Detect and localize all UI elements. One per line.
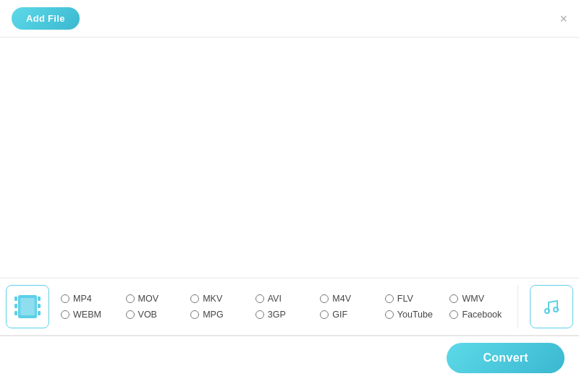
add-file-button[interactable]: Add File — [12, 7, 80, 30]
svg-point-10 — [545, 309, 549, 313]
format-option-mkv[interactable]: MKV — [187, 292, 253, 305]
format-option-flv[interactable]: FLV — [382, 292, 447, 305]
format-option-avi[interactable]: AVI — [253, 292, 318, 305]
top-bar: Add File × — [0, 0, 579, 38]
video-format-icon[interactable] — [6, 285, 49, 328]
format-option-webm[interactable]: WEBM — [58, 308, 123, 321]
music-note-icon — [541, 297, 562, 317]
format-option-wmv[interactable]: WMV — [447, 292, 512, 305]
format-divider — [517, 285, 518, 328]
svg-rect-1 — [14, 297, 17, 301]
format-options-grid: MP4 MOV MKV AVI M4V FLV WMV WEBM — [58, 292, 512, 321]
svg-rect-9 — [34, 295, 37, 318]
format-option-m4v[interactable]: M4V — [317, 292, 382, 305]
format-option-gif[interactable]: GIF — [317, 308, 382, 321]
film-icon — [14, 295, 41, 318]
convert-button[interactable]: Convert — [447, 343, 565, 373]
audio-format-button[interactable] — [530, 285, 573, 328]
action-bar: Convert — [0, 336, 579, 379]
format-option-mov[interactable]: MOV — [123, 292, 188, 305]
svg-rect-5 — [38, 304, 41, 308]
format-bar: MP4 MOV MKV AVI M4V FLV WMV WEBM — [0, 278, 579, 336]
format-option-youtube[interactable]: YouTube — [382, 308, 447, 321]
svg-point-11 — [554, 307, 558, 312]
format-option-3gp[interactable]: 3GP — [253, 308, 318, 321]
main-content-area — [0, 38, 579, 278]
svg-rect-2 — [14, 304, 17, 308]
format-option-vob[interactable]: VOB — [123, 308, 188, 321]
svg-rect-6 — [38, 311, 41, 315]
svg-rect-7 — [20, 298, 35, 315]
svg-rect-8 — [18, 295, 21, 318]
svg-rect-4 — [38, 297, 41, 301]
close-button[interactable]: × — [559, 12, 567, 25]
format-option-mp4[interactable]: MP4 — [58, 292, 123, 305]
svg-rect-3 — [14, 311, 17, 315]
format-option-facebook[interactable]: Facebook — [447, 308, 512, 321]
format-option-mpg[interactable]: MPG — [187, 308, 253, 321]
